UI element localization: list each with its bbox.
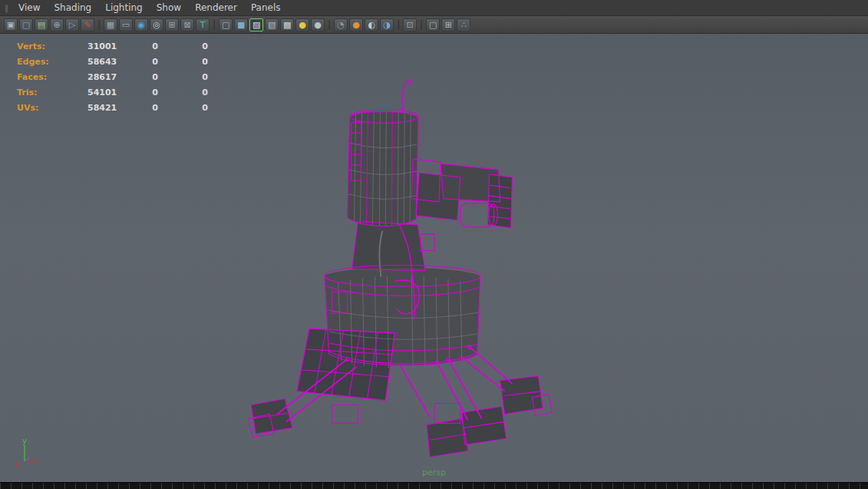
grid-icon[interactable]: ▦ [104,18,117,31]
panel-toolbar: ▣▢▤⊕▷✎|▦▭◉◎⊞⊠T|▢■▨▧▩●●|◔●◐◑|⊡|▢⊞∴ [0,16,868,34]
toolbar-separator: | [326,19,332,30]
view-transform-icon[interactable]: ◑ [380,18,394,31]
menu-bar: ‖ ViewShadingLightingShowRendererPanels [0,0,868,16]
axis-y-label: y [22,437,27,445]
lock-camera-icon[interactable]: ▢ [19,18,33,31]
all-lights-icon[interactable]: ▧ [265,18,279,31]
toolbar-separator: | [395,19,401,30]
2d-pan-zoom-icon[interactable]: ⊕ [50,18,64,31]
toolbar-separator: | [211,19,217,30]
menu-show[interactable]: Show [150,1,188,15]
safe-title-icon[interactable]: T [196,18,210,31]
toolbar-separator: | [418,19,424,30]
marquee-zoom-icon[interactable]: ⊡ [403,18,417,31]
shaded-cube-icon[interactable]: ■ [234,18,248,31]
gamma-icon[interactable]: ◐ [365,18,378,31]
default-material-icon[interactable]: ● [295,18,309,31]
menu-panels[interactable]: Panels [244,1,288,15]
bookmark-icon[interactable]: ▷ [65,18,79,31]
maya-panel: ‖ ViewShadingLightingShowRendererPanels … [0,0,868,489]
menu-renderer[interactable]: Renderer [188,1,244,15]
textured-cube-icon[interactable]: ▨ [249,18,263,31]
grease-pencil-icon[interactable]: ✎ [81,18,94,31]
safe-action-icon[interactable]: ⊠ [180,18,194,31]
camera-label: persp [0,468,868,477]
xray-icon[interactable]: ◔ [334,18,348,31]
menu-lighting[interactable]: Lighting [98,1,150,15]
frame-all-icon[interactable]: ⊞ [441,18,455,31]
checker-icon[interactable]: ▩ [280,18,294,31]
menu-grip-icon: ‖ [5,4,8,12]
menu-shading[interactable]: Shading [47,1,98,15]
viewport-canvas[interactable]: Verts:3100100Edges:5864300Faces:2861700T… [0,34,868,482]
scene-cube-icon[interactable]: ▢ [426,18,440,31]
wireframe-cube-icon[interactable]: ▢ [219,18,233,31]
wireframe-model[interactable] [0,34,868,482]
field-chart-icon[interactable]: ⊞ [165,18,179,31]
toolbar-separator: | [96,19,102,30]
time-slider-strip[interactable] [0,482,868,489]
exposure-icon[interactable]: ● [349,18,363,31]
resolution-gate-icon[interactable]: ◉ [134,18,148,31]
film-gate-icon[interactable]: ▭ [119,18,133,31]
panel-menus: ViewShadingLightingShowRendererPanels [12,1,288,15]
gate-mask-icon[interactable]: ◎ [150,18,163,31]
share-icon[interactable]: ∴ [457,18,470,31]
plain-sphere-icon[interactable]: ● [311,18,325,31]
select-camera-icon[interactable]: ▣ [4,18,18,31]
menu-view[interactable]: View [12,1,47,15]
axis-gizmo: y x [12,436,49,470]
image-plane-icon[interactable]: ▤ [35,18,48,31]
